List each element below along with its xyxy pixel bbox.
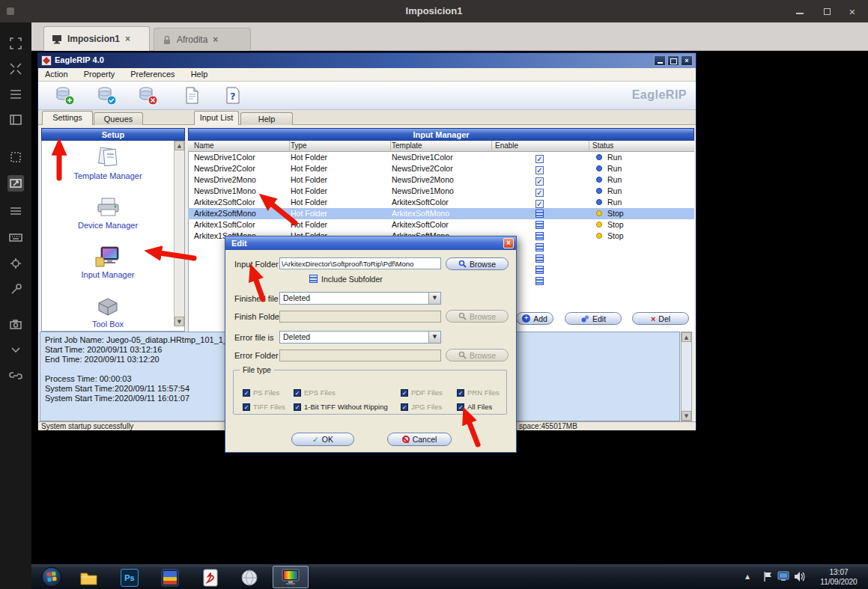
error-file-select[interactable]: Deleted xyxy=(279,331,441,344)
chevron-down-icon[interactable] xyxy=(428,332,440,343)
table-row[interactable]: Arkitex2SoftColor Hot Folder ArkitexSoft… xyxy=(188,197,694,208)
tab-settings[interactable]: Settings xyxy=(42,111,93,125)
chevron-down-icon[interactable] xyxy=(7,341,24,358)
menu-action[interactable]: Action xyxy=(38,68,75,80)
tab-input-list[interactable]: Input List xyxy=(194,111,239,125)
table-row[interactable]: NewsDrive1Color Hot Folder NewsDrive1Col… xyxy=(188,152,694,163)
tab-close-icon[interactable] xyxy=(213,34,218,45)
enable-checkbox[interactable] xyxy=(535,221,544,229)
col-enable[interactable]: Enable xyxy=(495,141,518,150)
help-icon[interactable]: ? xyxy=(223,85,243,106)
del-button[interactable]: Del xyxy=(632,312,689,325)
enable-checkbox[interactable] xyxy=(535,266,544,274)
include-subfolder-checkbox[interactable] xyxy=(309,275,318,283)
taskbar-clock[interactable]: 13:07 11/09/2020 xyxy=(813,567,865,587)
volume-icon[interactable] xyxy=(794,571,805,582)
restore-button[interactable] xyxy=(819,4,834,18)
enable-checkbox[interactable] xyxy=(535,177,544,186)
enable-checkbox[interactable] xyxy=(535,277,544,285)
minimize-button[interactable] xyxy=(792,4,807,18)
close-button[interactable] xyxy=(845,4,860,18)
setup-item-tool-box[interactable]: Tool Box xyxy=(46,295,169,329)
cancel-button[interactable]: Cancel xyxy=(387,433,452,446)
eaglerip-taskbar-button[interactable] xyxy=(273,566,309,588)
scaled-mode-icon[interactable] xyxy=(7,175,24,192)
col-name[interactable]: Name xyxy=(194,141,214,150)
tab-afrodita[interactable]: Afrodita xyxy=(154,28,251,51)
pdf-reader-button[interactable] xyxy=(201,568,220,588)
start-button[interactable] xyxy=(40,566,63,588)
tab-queues[interactable]: Queues xyxy=(94,112,143,125)
delete-input-icon[interactable] xyxy=(138,85,158,106)
keyboard-icon[interactable] xyxy=(7,229,24,245)
file-explorer-button[interactable] xyxy=(79,568,98,588)
enable-checkbox[interactable] xyxy=(535,254,544,263)
table-row[interactable]: NewsDrive1Mono Hot Folder NewsDrive1Mono… xyxy=(188,186,694,197)
add-button[interactable]: Add xyxy=(516,312,553,325)
col-template[interactable]: Template xyxy=(392,141,422,150)
action-center-flag-icon[interactable] xyxy=(762,571,773,582)
fullscreen-icon[interactable] xyxy=(7,35,24,52)
rip-maximize-button[interactable] xyxy=(667,55,679,66)
dynamic-resolution-icon[interactable] xyxy=(7,149,24,165)
tab-help[interactable]: Help xyxy=(240,112,293,125)
rip-close-button[interactable] xyxy=(681,55,693,66)
table-row-selected[interactable]: Arkitex2SoftMono Hot Folder ArkitexSoftM… xyxy=(188,208,694,219)
setup-scrollbar[interactable] xyxy=(174,141,184,326)
table-row[interactable]: Arkitex1SoftColor Hot Folder ArkitexSoft… xyxy=(188,219,694,231)
enable-checkbox[interactable] xyxy=(535,200,544,208)
photoshop-icon: Ps xyxy=(121,569,139,587)
imposition-app-button[interactable] xyxy=(160,568,180,588)
screenshot-icon[interactable] xyxy=(7,316,24,332)
scroll-up-icon[interactable] xyxy=(682,332,691,342)
enable-checkbox[interactable] xyxy=(535,210,544,218)
menu-help[interactable]: Help xyxy=(184,68,215,80)
checkbox-1bit-tiff[interactable]: 1-Bit TIFF Without Ripping xyxy=(294,403,388,411)
table-row[interactable]: NewsDrive2Mono Hot Folder NewsDrive2Mono… xyxy=(188,174,694,186)
dialog-close-button[interactable] xyxy=(503,238,514,248)
enable-checkbox[interactable] xyxy=(535,243,544,251)
enable-checkbox[interactable] xyxy=(535,232,544,240)
checkbox-all-files[interactable]: All Files xyxy=(457,403,492,411)
finished-file-select[interactable]: Deleted xyxy=(279,292,441,305)
tools-icon[interactable] xyxy=(7,281,24,298)
input-folder-field[interactable] xyxy=(279,257,441,269)
setup-item-device-manager[interactable]: Device Manager xyxy=(46,196,169,230)
tray-expand-icon[interactable] xyxy=(745,573,750,580)
setup-item-template-manager[interactable]: Template Manager xyxy=(46,147,169,180)
browser-button[interactable] xyxy=(240,568,259,588)
menu-preferences[interactable]: Preferences xyxy=(124,68,181,80)
fit-window-icon[interactable] xyxy=(7,61,24,77)
browse-input-button[interactable]: Browse xyxy=(446,257,509,270)
scroll-up-icon[interactable] xyxy=(174,141,184,150)
enable-checkbox[interactable] xyxy=(535,189,544,197)
setup-item-input-manager[interactable]: Input Manager xyxy=(46,245,169,279)
toggle-panel-icon[interactable] xyxy=(7,112,24,128)
enable-checkbox[interactable] xyxy=(535,166,544,174)
scroll-down-icon[interactable] xyxy=(682,411,691,421)
rip-minimize-button[interactable] xyxy=(654,55,666,66)
table-row[interactable]: NewsDrive2Color Hot Folder NewsDrive2Col… xyxy=(188,163,694,174)
enable-checkbox[interactable] xyxy=(535,155,544,163)
col-status[interactable]: Status xyxy=(592,141,613,150)
disconnect-icon[interactable] xyxy=(7,367,24,384)
tab-label: Afrodita xyxy=(177,34,207,45)
tab-imposicion1[interactable]: Imposicion1 xyxy=(43,26,150,51)
start-input-icon[interactable] xyxy=(97,85,117,106)
log-scrollbar[interactable] xyxy=(681,332,692,421)
col-type[interactable]: Type xyxy=(291,141,307,150)
document-icon[interactable] xyxy=(182,85,201,106)
photoshop-button[interactable]: Ps xyxy=(120,568,139,588)
ok-button[interactable]: OK xyxy=(291,433,354,446)
setup-panel: Setup Template Manager xyxy=(41,128,185,332)
add-input-icon[interactable] xyxy=(55,85,75,106)
tab-close-icon[interactable] xyxy=(125,34,130,44)
display-tray-icon[interactable] xyxy=(777,571,789,582)
menu-icon[interactable] xyxy=(7,86,24,103)
gear-icon[interactable] xyxy=(7,255,24,272)
menu-property[interactable]: Property xyxy=(77,68,122,80)
chevron-down-icon[interactable] xyxy=(428,293,440,304)
grab-keyboard-icon[interactable] xyxy=(7,203,24,219)
edit-button[interactable]: Edit xyxy=(565,312,622,325)
scroll-down-icon[interactable] xyxy=(174,317,184,326)
